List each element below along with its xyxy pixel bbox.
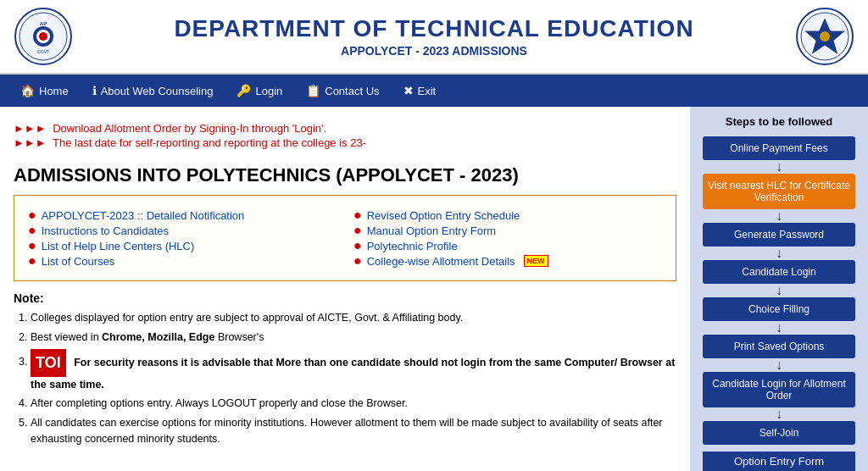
page-heading: ADMISSIONS INTO POLYTECHNICS (APPOLYCET …	[14, 164, 676, 186]
flow-arrow: ↓	[776, 209, 782, 223]
list-item: Best viewed in Chrome, Mozilla, Edge Bro…	[31, 330, 676, 346]
new-badge: NEW	[524, 255, 548, 267]
list-item: ● Manual Option Entry Form	[353, 223, 662, 238]
bullet-icon: ●	[353, 238, 362, 253]
flow-arrow: ↓	[776, 247, 782, 260]
svg-point-10	[820, 31, 830, 42]
list-item: All candidates can exercise options for …	[31, 415, 676, 447]
link-allotment[interactable]: College-wise Allotment Details	[367, 255, 515, 268]
nav-exit-label: Exit	[418, 85, 437, 97]
step-hlc[interactable]: Visit nearest HLC for Certificate Verifi…	[703, 174, 855, 209]
sidebar: Steps to be followed Online Payment Fees…	[690, 107, 868, 471]
toi-badge: TOI	[31, 349, 66, 377]
nav-login-label: Login	[255, 85, 282, 97]
step-label: Generate Password	[734, 229, 824, 241]
svg-text:AP: AP	[40, 21, 47, 26]
list-item: Colleges displayed for option entry are …	[31, 310, 676, 326]
nav-about[interactable]: ℹ About Web Counseling	[81, 77, 225, 104]
svg-text:GOVT: GOVT	[37, 49, 49, 54]
step-label: Visit nearest HLC for Certificate Verifi…	[708, 180, 850, 203]
nav-about-label: About Web Counseling	[101, 85, 214, 97]
page-wrapper: AP GOVT DEPARTMENT OF TECHNICAL EDUCATIO…	[0, 0, 868, 471]
step-label: Choice Filling	[748, 303, 810, 315]
step-label: Online Payment Fees	[730, 142, 827, 154]
nav-contact[interactable]: 📋 Contact Us	[294, 77, 391, 104]
logo-right	[795, 7, 854, 66]
notice-text-1: Download Allotment Order by Signing-In t…	[53, 122, 326, 135]
notes-list: Colleges displayed for option entry are …	[14, 310, 676, 447]
contact-icon: 📋	[306, 84, 320, 97]
sub-title: APPOLYCET - 2023 ADMISSIONS	[73, 44, 795, 58]
links-right: ● Revised Option Entry Schedule ● Manual…	[353, 208, 662, 269]
bullet-icon: ●	[28, 208, 36, 223]
step-label: Candidate Login	[742, 266, 815, 278]
notes-title: Note:	[14, 291, 676, 305]
nav-login[interactable]: 🔑 Login	[225, 77, 294, 104]
notice-bar: ►►► Download Allotment Order by Signing-…	[14, 115, 676, 156]
link-profile[interactable]: Polytechnic Profile	[367, 240, 458, 252]
header-title-block: DEPARTMENT OF TECHNICAL EDUCATION APPOLY…	[73, 15, 795, 58]
links-left: ● APPOLYCET-2023 :: Detailed Notificatio…	[28, 208, 337, 269]
step-allotment-login[interactable]: Candidate Login for Allotment Order	[703, 372, 855, 407]
notes-section: Note: Colleges displayed for option entr…	[14, 291, 676, 447]
home-icon: 🏠	[20, 84, 35, 97]
list-item: ● APPOLYCET-2023 :: Detailed Notificatio…	[28, 208, 337, 223]
nav-exit[interactable]: ✖ Exit	[392, 77, 448, 104]
content-area: ►►► Download Allotment Order by Signing-…	[0, 107, 690, 471]
step-self-join[interactable]: Self-Join	[703, 421, 855, 445]
key-icon: 🔑	[236, 84, 251, 97]
list-item: After completing options entry. Always L…	[31, 396, 676, 412]
links-grid: ● APPOLYCET-2023 :: Detailed Notificatio…	[28, 208, 662, 269]
notice-text-2: The last date for self-reporting and rep…	[53, 136, 366, 149]
main-title: DEPARTMENT OF TECHNICAL EDUCATION	[73, 15, 795, 42]
links-box: ● APPOLYCET-2023 :: Detailed Notificatio…	[14, 195, 676, 281]
list-item: ● Instructions to Candidates	[28, 223, 337, 238]
list-item: ● List of Help Line Centers (HLC)	[28, 238, 337, 253]
nav-home[interactable]: 🏠 Home	[8, 77, 81, 104]
step-label: Self-Join	[760, 427, 799, 439]
flow-container: Online Payment Fees ↓ Visit nearest HLC …	[697, 136, 861, 471]
option-entry-form[interactable]: Option Entry Form	[703, 452, 855, 471]
flow-arrow: ↓	[776, 407, 782, 421]
link-revised-schedule[interactable]: Revised Option Entry Schedule	[367, 209, 520, 222]
option-entry-label: Option Entry Form	[734, 455, 824, 468]
list-item: TOI For security reasons it is advisable…	[31, 349, 676, 393]
main-layout: ►►► Download Allotment Order by Signing-…	[0, 107, 868, 471]
svg-point-4	[39, 32, 47, 41]
step-payment[interactable]: Online Payment Fees	[703, 136, 855, 160]
note-bold-text: For security reasons it is advisable tha…	[31, 356, 675, 390]
exit-icon: ✖	[403, 84, 414, 97]
notice-line-2: ►►► The last date for self-reporting and…	[14, 136, 676, 149]
nav-contact-label: Contact Us	[325, 85, 379, 97]
bullet-icon: ●	[353, 208, 362, 223]
header: AP GOVT DEPARTMENT OF TECHNICAL EDUCATIO…	[0, 0, 868, 75]
flow-arrow: ↓	[776, 321, 782, 335]
bullet-icon: ●	[28, 223, 36, 238]
link-notification[interactable]: APPOLYCET-2023 :: Detailed Notification	[42, 209, 245, 222]
nav-home-label: Home	[39, 85, 69, 97]
step-label: Candidate Login for Allotment Order	[712, 378, 845, 402]
bullet-icon: ●	[28, 238, 36, 253]
arrow-icon-2: ►►►	[14, 136, 47, 149]
link-hlc[interactable]: List of Help Line Centers (HLC)	[42, 240, 195, 252]
logo-left: AP GOVT	[14, 7, 73, 66]
flow-arrow: ↓	[776, 160, 782, 174]
step-login[interactable]: Candidate Login	[703, 260, 855, 284]
flow-arrow: ↓	[776, 358, 782, 372]
bullet-icon: ●	[353, 253, 362, 269]
link-manual-form[interactable]: Manual Option Entry Form	[367, 224, 496, 237]
step-choice[interactable]: Choice Filling	[703, 297, 855, 321]
bullet-icon: ●	[353, 223, 362, 238]
sidebar-title: Steps to be followed	[697, 115, 861, 128]
step-print[interactable]: Print Saved Options	[703, 335, 855, 358]
link-instructions[interactable]: Instructions to Candidates	[42, 224, 169, 237]
step-password[interactable]: Generate Password	[703, 223, 855, 247]
step-label: Print Saved Options	[734, 341, 825, 352]
list-item: ● Polytechnic Profile	[353, 238, 662, 253]
notice-line-1: ►►► Download Allotment Order by Signing-…	[14, 122, 676, 135]
navbar: 🏠 Home ℹ About Web Counseling 🔑 Login 📋 …	[0, 75, 868, 107]
browser-highlight: Chrome, Mozilla, Edge	[102, 331, 214, 343]
list-item: ● Revised Option Entry Schedule	[353, 208, 662, 223]
arrow-icon-1: ►►►	[14, 122, 47, 135]
link-courses[interactable]: List of Courses	[42, 255, 115, 268]
